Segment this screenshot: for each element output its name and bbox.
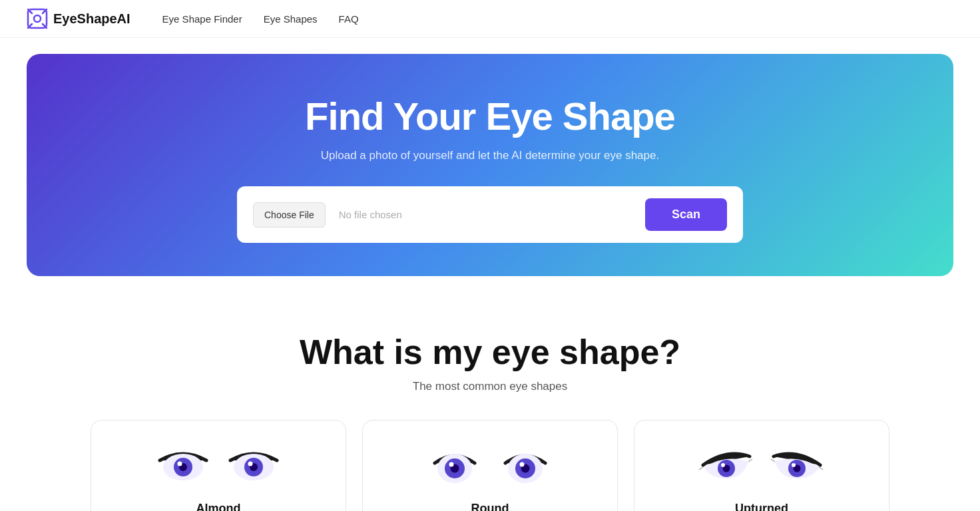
nav-link-faq[interactable]: FAQ: [339, 13, 359, 25]
nav-link-finder[interactable]: Eye Shape Finder: [162, 13, 242, 25]
eye-shape-cards: Almond: [91, 420, 889, 511]
svg-line-23: [748, 459, 752, 462]
section-subtitle: The most common eye shapes: [413, 380, 567, 393]
svg-line-22: [699, 467, 703, 470]
svg-point-1: [34, 15, 41, 22]
card-round-label: Round: [471, 502, 509, 511]
svg-point-17: [449, 462, 454, 467]
card-upturned: Upturned: [634, 420, 889, 511]
round-left-eye: [425, 442, 485, 488]
nav-link-shapes[interactable]: Eye Shapes: [264, 13, 318, 25]
card-almond-label: Almond: [196, 502, 241, 511]
svg-line-28: [819, 467, 823, 470]
logo[interactable]: EyeShapeAI: [27, 8, 130, 29]
logo-icon: [27, 8, 48, 29]
hero-title: Find Your Eye Shape: [305, 94, 675, 138]
upturned-eyes: [696, 442, 827, 488]
card-almond: Almond: [91, 420, 346, 511]
svg-point-13: [248, 462, 253, 466]
eye-shapes-section: What is my eye shape? The most common ey…: [0, 292, 980, 511]
card-upturned-label: Upturned: [735, 502, 788, 511]
almond-left-eye: [153, 442, 213, 488]
logo-text: EyeShapeAI: [53, 11, 130, 27]
svg-line-27: [771, 459, 775, 462]
almond-right-eye: [224, 442, 284, 488]
svg-point-31: [792, 463, 796, 467]
upload-box: Choose File No file chosen Scan: [237, 186, 743, 243]
almond-eyes: [153, 442, 284, 488]
svg-point-9: [178, 462, 182, 466]
upturned-right-eye: [767, 442, 827, 488]
scan-button[interactable]: Scan: [645, 198, 727, 231]
upturned-left-eye: [696, 442, 756, 488]
navbar: EyeShapeAI Eye Shape Finder Eye Shapes F…: [0, 0, 980, 38]
choose-file-button[interactable]: Choose File: [253, 202, 326, 228]
file-name-display: No file chosen: [334, 209, 637, 220]
section-title: What is my eye shape?: [300, 332, 680, 372]
round-eyes: [425, 442, 555, 488]
round-right-eye: [495, 442, 555, 488]
card-round: Round: [362, 420, 618, 511]
hero-section: Find Your Eye Shape Upload a photo of yo…: [27, 54, 953, 276]
svg-point-21: [520, 462, 525, 467]
svg-point-26: [721, 463, 725, 467]
hero-subtitle: Upload a photo of yourself and let the A…: [321, 149, 659, 162]
